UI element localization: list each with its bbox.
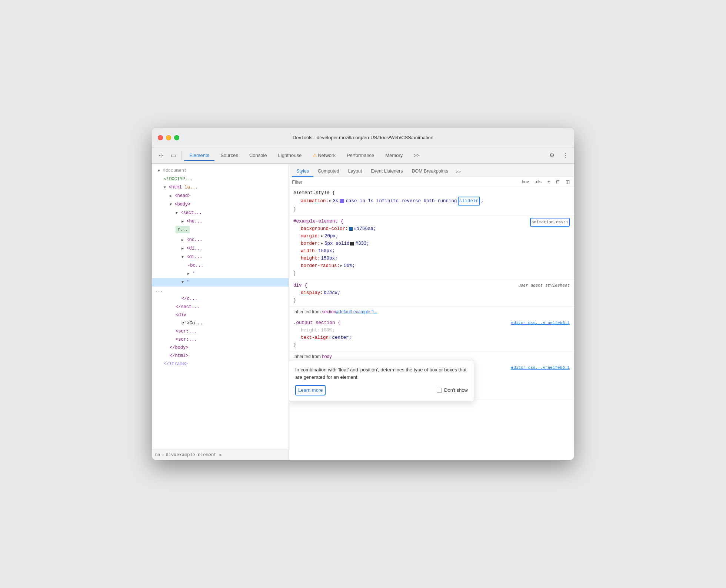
styles-tab-layout[interactable]: Layout (344, 166, 367, 177)
tab-network[interactable]: ⚠Network (307, 150, 341, 160)
border-radius-triangle[interactable]: ▶ (340, 262, 342, 270)
dom-close-iframe[interactable]: </iframe> (152, 360, 289, 368)
styles-tabs: Styles Computed Layout Event Listeners D… (289, 164, 574, 177)
dom-di1[interactable]: ▶ <di... (152, 244, 289, 253)
animation-triangle[interactable]: ▶ (329, 197, 331, 205)
styles-tab-more[interactable]: >> (453, 167, 464, 177)
width-line: width: 150px; (293, 247, 570, 255)
margin-prop[interactable]: margin: (301, 233, 320, 240)
animation-name-highlight[interactable]: slidein (458, 197, 480, 206)
learn-more-link[interactable]: Learn more (295, 385, 326, 395)
settings-icon[interactable]: ⚙ (546, 150, 558, 161)
cursor-icon[interactable]: ⊹ (155, 150, 167, 161)
breadcrumb-mn[interactable]: mn (155, 452, 160, 458)
dom-scr2[interactable]: <scr:... (152, 335, 289, 344)
dom-close-sect[interactable]: </sect... (152, 303, 289, 311)
dom-star2[interactable]: ▼ * (152, 278, 289, 287)
display-prop[interactable]: display: (301, 289, 323, 297)
section-link2[interactable]: #default-example.fl... (336, 309, 377, 314)
window-title: DevTools - developer.mozilla.org/en-US/d… (293, 135, 433, 140)
output-section-source[interactable]: editor-css...v=ae1feb6:1 (511, 319, 570, 327)
dom-breadcrumb: mn › div#example-element ▶ (152, 450, 289, 460)
inspect-style-button[interactable]: ⊟ (555, 178, 561, 185)
dont-show-container: Don't show (437, 387, 468, 394)
minimize-button[interactable] (166, 135, 171, 140)
dom-badge[interactable]: f... (176, 226, 190, 233)
dom-star[interactable]: ▶ * (152, 270, 289, 278)
animation-time: 3s (333, 197, 338, 205)
dom-html[interactable]: ▼ <html la... (152, 183, 289, 192)
main-content: ▼ #document <!DOCTYP... ▼ <html la... ▶ … (152, 164, 574, 460)
dom-doctype[interactable]: <!DOCTYP... (152, 175, 289, 183)
breadcrumb-arrow[interactable]: ▶ (219, 452, 222, 458)
width-prop[interactable]: width: (301, 247, 317, 255)
border-prop[interactable]: border: (301, 240, 320, 247)
easing-swatch[interactable] (340, 199, 344, 203)
dom-body[interactable]: ▼ <body> (152, 200, 289, 209)
dom-scr1[interactable]: <scr:... (152, 327, 289, 335)
maximize-button[interactable] (174, 135, 179, 140)
collapse-button[interactable]: ◫ (564, 178, 571, 185)
dom-panel: ▼ #document <!DOCTYP... ▼ <html la... ▶ … (152, 164, 289, 460)
styles-tab-computed[interactable]: Computed (313, 166, 344, 177)
dom-he[interactable]: ▶ <he... (152, 217, 289, 226)
tab-memory[interactable]: Memory (380, 150, 408, 160)
animation-prop-name[interactable]: animation: (301, 197, 329, 205)
close-button[interactable] (158, 135, 163, 140)
dom-sect[interactable]: ▼ <sect... (152, 209, 289, 217)
dom-close-html[interactable]: </html> (152, 352, 289, 360)
inherited-section-header: Inherited from section#default-example.f… (289, 307, 574, 317)
dom-close-c[interactable]: </c... (152, 295, 289, 303)
animation-css-source[interactable]: animation.css:1 (530, 218, 570, 227)
dom-bc[interactable]: -bc... (152, 261, 289, 270)
dom-nc[interactable]: ▶ <nc... (152, 236, 289, 244)
output-height-prop[interactable]: height: (301, 327, 320, 334)
device-icon[interactable]: ▭ (167, 150, 179, 161)
filter-input[interactable] (292, 179, 516, 185)
div-close: } (293, 298, 296, 303)
output-height-val: 100%; (321, 327, 335, 334)
bg-color-swatch[interactable] (349, 227, 353, 231)
tooltip-popup: In combination with 'float' and 'positio… (289, 360, 474, 402)
devtools-window: DevTools - developer.mozilla.org/en-US/d… (152, 128, 574, 460)
border-color-swatch[interactable] (350, 242, 354, 245)
tab-more[interactable]: >> (409, 150, 424, 160)
dom-di2[interactable]: ▼ <di... (152, 253, 289, 261)
animation-prop-line: animation: ▶ 3s ease-in 1s infinite reve… (293, 197, 570, 206)
tab-console[interactable]: Console (244, 150, 272, 160)
titlebar: DevTools - developer.mozilla.org/en-US/d… (152, 128, 574, 147)
styles-content[interactable]: element.style { animation: ▶ 3s ease-in … (289, 187, 574, 460)
height-prop[interactable]: height: (301, 255, 320, 262)
body-source[interactable]: editor-css...v=ae1feb6:1 (511, 364, 570, 371)
dom-head[interactable]: ▶ <head> (152, 192, 289, 200)
hov-button[interactable]: :hov (519, 178, 530, 185)
body-link[interactable]: body (322, 354, 332, 359)
styles-tab-styles[interactable]: Styles (292, 166, 313, 177)
breadcrumb-div[interactable]: div#example-element (166, 452, 217, 458)
dom-tree[interactable]: ▼ #document <!DOCTYP... ▼ <html la... ▶ … (152, 164, 289, 450)
dom-close-body[interactable]: </body> (152, 344, 289, 352)
styles-tab-dom-breakpoints[interactable]: DOM Breakpoints (407, 166, 453, 177)
dom-co[interactable]: e">Co... (152, 319, 289, 327)
tab-elements[interactable]: Elements (184, 150, 214, 160)
text-align-prop[interactable]: text-align: (301, 334, 332, 341)
section-link[interactable]: section (322, 309, 336, 314)
element-style-rule: element.style { animation: ▶ 3s ease-in … (289, 187, 574, 216)
add-style-button[interactable]: + (546, 178, 552, 185)
cls-button[interactable]: .cls (533, 178, 543, 185)
border-radius-prop[interactable]: border-radius: (301, 262, 340, 270)
tab-performance[interactable]: Performance (342, 150, 379, 160)
bg-color-prop[interactable]: background-color: (301, 225, 348, 233)
warning-icon: ⚠ (313, 153, 317, 158)
dom-div[interactable]: <div (152, 311, 289, 319)
dom-document[interactable]: ▼ #document (152, 167, 289, 175)
dom-ellipsis: ... (152, 287, 289, 295)
display-val: block; (324, 289, 340, 297)
margin-triangle[interactable]: ▶ (321, 233, 323, 240)
tab-sources[interactable]: Sources (215, 150, 243, 160)
dont-show-checkbox[interactable] (437, 388, 442, 393)
tab-lighthouse[interactable]: Lighthouse (273, 150, 307, 160)
more-options-icon[interactable]: ⋮ (559, 150, 571, 161)
border-triangle[interactable]: ▶ (321, 240, 323, 247)
styles-tab-event-listeners[interactable]: Event Listeners (366, 166, 407, 177)
